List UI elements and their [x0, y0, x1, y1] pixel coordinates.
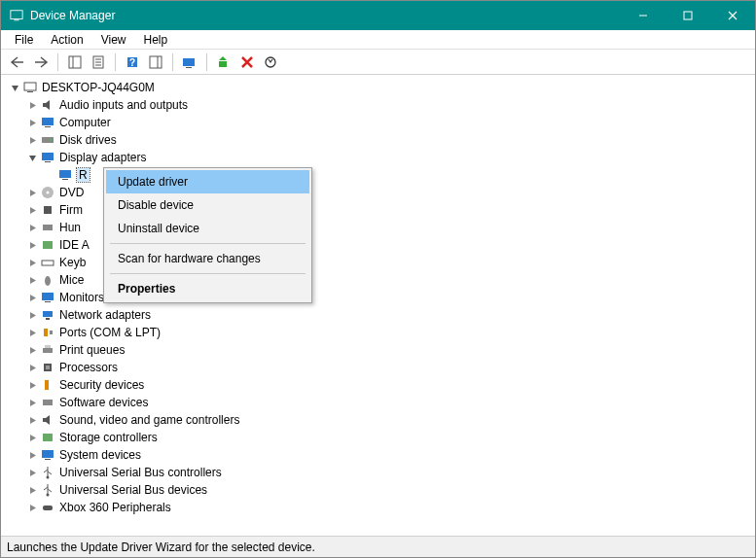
maximize-button[interactable]	[666, 1, 710, 30]
tree-node-label: Keyb	[59, 256, 86, 269]
properties-button[interactable]	[88, 52, 109, 73]
tree-root[interactable]: DESKTOP-JQ44G0M	[9, 79, 755, 96]
toolbar-separator	[115, 53, 116, 71]
svg-rect-3	[684, 12, 692, 19]
expand-icon[interactable]	[26, 257, 38, 268]
svg-rect-28	[59, 170, 71, 178]
update-driver-button[interactable]	[213, 52, 234, 73]
tree-node-label: Network adapters	[59, 308, 151, 322]
ctx-scan-hardware[interactable]: Scan for hardware changes	[106, 247, 309, 270]
toolbar-separator	[172, 53, 173, 71]
svg-rect-48	[43, 400, 53, 405]
expand-icon[interactable]	[26, 134, 38, 146]
menu-action[interactable]: Action	[43, 31, 90, 49]
tree-node-display[interactable]: Display adapters	[9, 149, 755, 166]
expand-icon[interactable]	[26, 117, 38, 128]
back-button[interactable]	[7, 52, 28, 73]
tree-node-computer[interactable]: Computer	[9, 114, 755, 131]
expand-icon[interactable]	[26, 379, 38, 391]
tree-node-network[interactable]: Network adapters	[9, 306, 755, 324]
tree-node-disk[interactable]: Disk drives	[9, 131, 755, 149]
svg-rect-33	[43, 225, 53, 230]
expand-icon[interactable]	[26, 327, 38, 338]
expand-icon[interactable]	[26, 414, 38, 426]
usb-icon	[40, 482, 55, 498]
svg-rect-54	[43, 506, 53, 510]
ctx-update-driver[interactable]: Update driver	[106, 170, 309, 193]
tree-node-label: Mice	[59, 273, 84, 287]
expand-icon[interactable]	[26, 484, 38, 496]
expand-icon[interactable]	[26, 99, 38, 111]
ctx-uninstall-device[interactable]: Uninstall device	[106, 217, 309, 240]
svg-rect-38	[45, 301, 51, 302]
ctx-properties[interactable]: Properties	[106, 277, 309, 300]
tree-node-label: Software devices	[59, 396, 148, 409]
forward-button[interactable]	[30, 52, 52, 73]
disable-device-button[interactable]	[260, 52, 281, 73]
expand-icon[interactable]	[26, 362, 38, 373]
svg-rect-34	[43, 241, 53, 249]
expand-icon[interactable]	[26, 397, 38, 408]
disc-icon	[40, 185, 55, 200]
tree-node-xbox[interactable]: Xbox 360 Peripherals	[9, 499, 755, 516]
svg-rect-29	[62, 179, 68, 180]
display-adapter-icon	[40, 150, 55, 165]
tree-node-usb-controllers[interactable]: Universal Serial Bus controllers	[9, 464, 755, 481]
computer-root-icon	[22, 80, 38, 95]
tree-node-software[interactable]: Software devices	[9, 394, 755, 411]
tree-node-label: Monitors	[59, 291, 104, 304]
svg-rect-46	[46, 366, 50, 369]
help-button[interactable]: ?	[122, 52, 143, 73]
tree-node-label: Display adapters	[59, 151, 146, 164]
expand-icon[interactable]	[26, 432, 38, 443]
tree-node-usb-devices[interactable]: Universal Serial Bus devices	[9, 481, 755, 499]
svg-point-25	[50, 139, 52, 141]
menu-help[interactable]: Help	[136, 31, 176, 49]
context-menu: Update driver Disable device Uninstall d…	[103, 167, 312, 303]
expand-icon[interactable]	[26, 344, 38, 356]
tree-node-printq[interactable]: Print queues	[9, 341, 755, 359]
tree-node-label: DVD	[59, 186, 84, 199]
svg-text:?: ?	[129, 57, 135, 68]
expand-icon[interactable]	[26, 187, 38, 198]
expand-icon[interactable]	[26, 239, 38, 251]
tree-node-system[interactable]: System devices	[9, 446, 755, 464]
expand-icon[interactable]	[26, 274, 38, 286]
expand-icon[interactable]	[26, 449, 38, 461]
svg-rect-16	[183, 58, 195, 66]
show-hide-console-tree-button[interactable]	[64, 52, 86, 73]
expand-icon[interactable]	[26, 292, 38, 303]
tree-node-label: Xbox 360 Peripherals	[59, 501, 171, 514]
menu-view[interactable]: View	[93, 31, 134, 49]
tree-node-audio[interactable]: Audio inputs and outputs	[9, 96, 755, 114]
tree-node-label: Computer	[59, 116, 111, 129]
minimize-button[interactable]	[621, 1, 666, 30]
tree-node-sound[interactable]: Sound, video and game controllers	[9, 411, 755, 429]
tree-node-label: Universal Serial Bus devices	[59, 483, 207, 497]
close-button[interactable]	[710, 1, 755, 30]
svg-rect-47	[45, 380, 49, 390]
menu-file[interactable]: File	[7, 31, 41, 49]
collapse-icon[interactable]	[9, 82, 20, 93]
uninstall-device-button[interactable]	[236, 52, 258, 73]
action-pane-button[interactable]	[145, 52, 166, 73]
expand-icon[interactable]	[26, 204, 38, 216]
collapse-icon[interactable]	[26, 152, 38, 163]
svg-rect-42	[50, 331, 53, 334]
scan-hardware-button[interactable]	[179, 52, 200, 73]
tree-node-ports[interactable]: Ports (COM & LPT)	[9, 324, 755, 341]
svg-rect-0	[11, 11, 22, 19]
expand-icon[interactable]	[26, 502, 38, 513]
expand-icon[interactable]	[26, 222, 38, 233]
tree-node-security[interactable]: Security devices	[9, 376, 755, 394]
tree-node-label: Processors	[59, 361, 118, 374]
tree-node-storage[interactable]: Storage controllers	[9, 429, 755, 446]
toolbar-separator	[57, 53, 58, 71]
expand-icon[interactable]	[26, 467, 38, 478]
svg-rect-14	[150, 56, 162, 68]
ctx-disable-device[interactable]: Disable device	[106, 193, 309, 217]
tree-node-processors[interactable]: Processors	[9, 359, 755, 376]
expand-icon[interactable]	[26, 309, 38, 321]
device-tree[interactable]: DESKTOP-JQ44G0M Audio inputs and outputs…	[1, 75, 755, 536]
svg-rect-18	[219, 61, 227, 67]
